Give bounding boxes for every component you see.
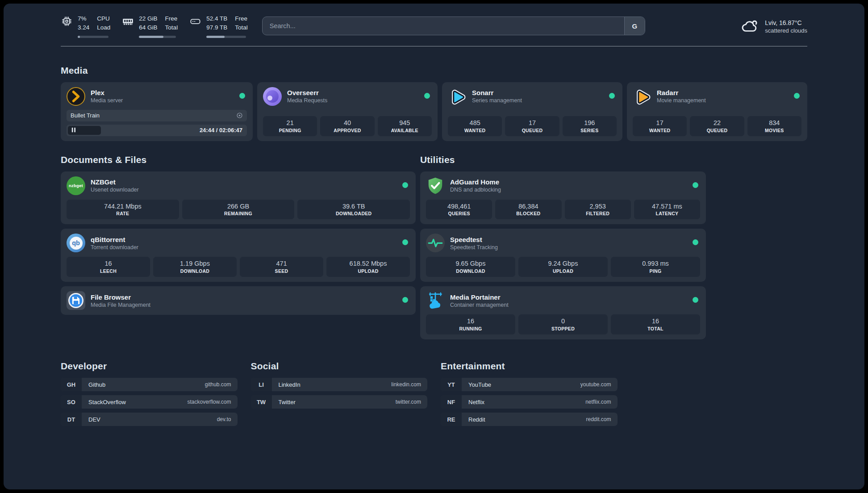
header: 7% 3.24 CPU Load 22 GiB 64 GiB <box>61 14 807 38</box>
service-stats: 498,461QUERIES86,384BLOCKED2,953FILTERED… <box>426 200 700 220</box>
stat-value: 17 <box>506 119 558 127</box>
section-title-utilities: Utilities <box>420 155 706 165</box>
stat-value: 471 <box>241 259 322 268</box>
service-text: Media PortainerContainer management <box>450 293 509 308</box>
service-card-radarr[interactable]: RadarrMovie management17WANTED22QUEUED83… <box>627 82 807 141</box>
bookmark-abbr: GH <box>61 378 82 391</box>
bookmark-abbr: TW <box>251 395 272 409</box>
header-divider <box>61 46 807 46</box>
stat-label: DOWNLOAD <box>154 268 236 274</box>
search-input[interactable] <box>263 17 624 35</box>
disk-icon <box>189 15 201 27</box>
stat-value: 945 <box>379 119 431 127</box>
overseerr-icon <box>263 87 282 106</box>
service-subtitle: Media Requests <box>287 97 327 104</box>
stat-queued: 22QUEUED <box>690 116 744 136</box>
stat-value: 9.24 Gbps <box>519 259 607 268</box>
player-progress-row: 24:44 / 02:06:47 <box>67 125 247 136</box>
stat-value: 498,461 <box>427 202 491 211</box>
stat-value: 9.65 Gbps <box>427 259 514 268</box>
section-documents-files: Documents & Files nzbgetNZBGetUsenet dow… <box>61 155 416 315</box>
bookmark-twitter[interactable]: TWTwittertwitter.com <box>251 395 428 409</box>
stat-label: RATE <box>67 211 178 216</box>
stat-remaining: 266 GBREMAINING <box>182 200 295 220</box>
weather-widget: Lviv, 16.87°C scattered clouds <box>740 17 807 35</box>
disk-widget: 52.4 TB 97.9 TB Free Total <box>189 14 248 38</box>
stat-stopped: 0STOPPED <box>518 314 608 334</box>
bookmark-linkedin[interactable]: LILinkedInlinkedin.com <box>251 378 428 391</box>
service-card-plex[interactable]: PlexMedia serverBullet Train24:44 / 02:0… <box>61 82 253 141</box>
stat-label: WANTED <box>449 128 501 133</box>
service-text: AdGuard HomeDNS and adblocking <box>450 178 501 193</box>
stat-value: 21 <box>264 119 316 127</box>
bookmark-dev[interactable]: DTDEVdev.to <box>61 413 238 426</box>
bookmark-url: youtube.com <box>580 381 618 388</box>
service-title: Overseerr <box>287 89 327 96</box>
service-card-speedtest[interactable]: SpeedtestSpeedtest Tracking9.65 GbpsDOWN… <box>420 229 706 282</box>
stat-ping: 0.993 msPING <box>611 257 700 277</box>
service-card-adguard-home[interactable]: AdGuard HomeDNS and adblocking498,461QUE… <box>420 171 706 225</box>
bookmark-youtube[interactable]: YTYouTubeyoutube.com <box>441 378 618 391</box>
search-provider-button[interactable]: G <box>624 17 645 35</box>
service-text: NZBGetUsenet downloader <box>91 178 139 193</box>
stat-label: LATENCY <box>635 211 699 216</box>
memory-total-value: 64 GiB <box>139 23 157 32</box>
stat-label: QUEUED <box>506 128 558 133</box>
memory-free-label: Free <box>165 14 178 23</box>
bookmark-name: Github <box>82 381 105 388</box>
service-card-file-browser[interactable]: File BrowserMedia File Management <box>61 286 416 315</box>
service-title: Radarr <box>657 89 706 96</box>
service-title: AdGuard Home <box>450 178 501 186</box>
pause-button[interactable] <box>68 126 101 135</box>
service-card-overseerr[interactable]: OverseerrMedia Requests21PENDING40APPROV… <box>257 82 438 141</box>
stat-value: 16 <box>67 259 149 268</box>
stat-label: DOWNLOAD <box>427 268 514 274</box>
service-subtitle: Speedtest Tracking <box>450 244 498 251</box>
service-card-media-portainer[interactable]: Media PortainerContainer management16RUN… <box>420 286 706 339</box>
memory-free-value: 22 GiB <box>139 14 157 23</box>
speedtest-icon <box>426 234 445 252</box>
stat-label: SEED <box>241 268 322 274</box>
stat-series: 196SERIES <box>563 116 617 136</box>
resource-widgets: 7% 3.24 CPU Load 22 GiB 64 GiB <box>61 14 248 38</box>
service-stats: 485WANTED17QUEUED196SERIES <box>448 112 617 136</box>
stat-blocked: 86,384BLOCKED <box>495 200 561 220</box>
stat-pending: 21PENDING <box>263 116 317 136</box>
bookmark-abbr: NF <box>441 395 462 409</box>
service-card-nzbget[interactable]: nzbgetNZBGetUsenet downloader744.21 Mbps… <box>61 171 416 225</box>
stat-label: MOVIES <box>748 128 801 133</box>
service-stats: 9.65 GbpsDOWNLOAD9.24 GbpsUPLOAD0.993 ms… <box>426 257 700 277</box>
stat-label: AVAILABLE <box>379 128 431 133</box>
bookmark-url: linkedin.com <box>391 381 427 388</box>
bookmark-url: reddit.com <box>586 416 617 422</box>
service-card-header: OverseerrMedia Requests <box>263 87 432 106</box>
bookmark-reddit[interactable]: RERedditreddit.com <box>441 413 618 426</box>
stat-upload: 618.52 MbpsUPLOAD <box>326 257 410 277</box>
stat-total: 16TOTAL <box>611 314 700 334</box>
bookmark-name: YouTube <box>462 381 491 388</box>
weather-condition: scattered clouds <box>765 27 807 34</box>
now-playing-track: Bullet Train <box>71 112 100 119</box>
service-card-sonarr[interactable]: SonarrSeries management485WANTED17QUEUED… <box>442 82 622 141</box>
cpu-load-value: 3.24 <box>78 23 89 32</box>
stat-seed: 471SEED <box>240 257 323 277</box>
bookmark-stackoverflow[interactable]: SOStackOverflowstackoverflow.com <box>61 395 238 409</box>
stat-label: WANTED <box>634 128 686 133</box>
stat-movies: 834MOVIES <box>747 116 801 136</box>
service-card-qbittorrent[interactable]: qbqBittorrentTorrent downloader16LEECH1.… <box>61 229 416 282</box>
service-subtitle: Media server <box>91 97 123 104</box>
disk-free-label: Free <box>235 14 248 23</box>
stat-value: 485 <box>449 119 501 127</box>
service-title: NZBGet <box>91 178 139 186</box>
service-card-header: qbqBittorrentTorrent downloader <box>67 234 410 252</box>
service-title: Plex <box>91 89 123 96</box>
bookmark-netflix[interactable]: NFNetflixnetflix.com <box>441 395 618 409</box>
bookmark-github[interactable]: GHGithubgithub.com <box>61 378 238 391</box>
status-dot <box>794 93 800 99</box>
service-subtitle: Container management <box>450 302 509 308</box>
bookmark-name: Twitter <box>272 399 296 405</box>
stat-value: 40 <box>321 119 373 127</box>
stat-label: QUERIES <box>427 211 491 216</box>
stat-value: 16 <box>427 317 514 326</box>
stat-rate: 744.21 MbpsRATE <box>67 200 179 220</box>
